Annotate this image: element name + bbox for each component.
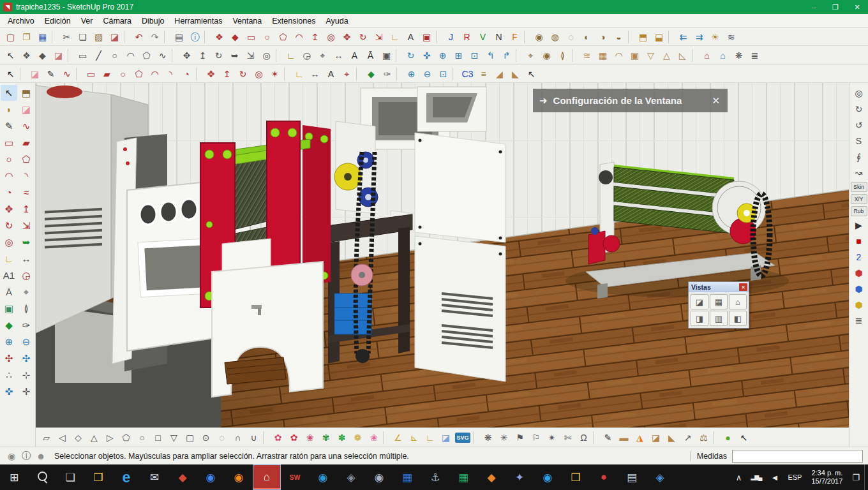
line-icon[interactable]: ╱ [91,48,107,63]
network-icon[interactable]: ▂▆▄ [746,474,766,480]
rotate-icon[interactable]: ↻ [355,29,371,44]
text-icon[interactable]: A [403,29,419,44]
scale-icon[interactable]: ⇲ [243,48,258,63]
asterisk-tool-icon[interactable]: ✳ [496,430,512,445]
powerpoint-icon[interactable]: ◆ [477,464,505,490]
offset-icon[interactable]: ◎ [251,66,267,81]
axes-icon[interactable]: ⌖ [18,284,34,300]
axes-icon[interactable]: ⌖ [339,66,355,81]
paint-icon[interactable]: ◈ [646,464,674,490]
shape-square-icon[interactable]: □ [150,430,166,445]
view-right-icon[interactable]: ◨ [691,311,708,326]
user-avatar-icon[interactable]: ☻ [34,450,47,463]
redo-icon[interactable]: ↷ [147,29,163,44]
edge-icon[interactable]: e [112,464,140,490]
svg-export-badge[interactable]: SVG [455,433,470,443]
arc-icon[interactable]: ◠ [123,48,138,63]
pencil-icon[interactable]: ✎ [43,66,59,81]
zoom-window-icon[interactable]: ⊞ [451,48,467,63]
wedge-plugin-icon[interactable]: ◢ [491,66,507,81]
offset-icon[interactable]: ◎ [258,48,274,63]
rectangle-icon[interactable]: ▭ [1,135,17,151]
text-icon[interactable]: A [323,66,339,81]
measure-angle-icon[interactable]: ∠ [390,430,406,445]
eyedropper-icon[interactable]: ✑ [379,66,395,81]
wand-icon[interactable]: ✴ [544,430,560,445]
select-icon[interactable]: ↖ [3,48,19,63]
shape-pentagon-icon[interactable]: ⬠ [118,430,134,445]
copy-icon[interactable]: ❏ [75,29,91,44]
menu-camara[interactable]: Cámara [98,15,136,27]
view-back-icon[interactable]: ▥ [710,311,728,326]
arc-3pt-icon[interactable]: ◝ [163,66,179,81]
rotate-icon[interactable]: ↻ [1,218,17,234]
candy-3-icon[interactable]: ❀ [302,430,318,445]
view-front-icon[interactable]: ⌂ [729,294,747,309]
freehand-icon[interactable]: ∿ [154,48,170,63]
rectangle-icon[interactable]: ▭ [83,66,99,81]
protractor-icon[interactable]: ◶ [18,267,34,283]
volume-icon[interactable]: ◄ [767,473,784,482]
orbit-icon[interactable]: ↻ [403,48,419,63]
component-icon[interactable]: ❖ [19,48,34,63]
solid-union-icon[interactable]: ◍ [547,29,563,44]
play-icon[interactable]: ▶ [851,218,867,232]
c3-plugin-icon[interactable]: C3 [460,66,475,81]
tape-measure-icon[interactable]: ∟ [291,66,307,81]
rotated-rectangle-icon[interactable]: ▰ [99,66,115,81]
mail-icon[interactable]: ✉ [140,464,168,490]
freehand-icon[interactable]: ∿ [18,118,34,134]
styles-icon[interactable]: ❋ [731,48,747,63]
polygon-icon[interactable]: ⬠ [275,29,291,44]
pie-icon[interactable]: ◔ [1,184,17,200]
task-view-icon[interactable]: ❏ [56,464,84,490]
pencil-icon[interactable]: ✎ [1,118,17,134]
solid-subtract-icon[interactable]: ◌ [563,29,579,44]
slope-plugin-icon[interactable]: ◣ [507,66,523,81]
cylinder-tool-icon[interactable]: ⬓ [651,29,667,44]
shape-circle-icon[interactable]: ○ [134,430,150,445]
sandbox-flip-edge-icon[interactable]: ◺ [675,48,691,63]
dimension-icon[interactable]: ↔ [18,251,34,267]
move-icon[interactable]: ✥ [179,48,195,63]
move-icon[interactable]: ✥ [203,66,219,81]
pan-icon[interactable]: ✜ [419,48,435,63]
clock[interactable]: 2:34 p. m. 15/7/2017 [806,469,848,486]
make-component-icon[interactable]: ❖ [211,29,227,44]
orbit-ccw-icon[interactable]: ↺ [851,118,867,132]
candy-2-icon[interactable]: ✿ [286,430,302,445]
arc-3pt-icon[interactable]: ◝ [18,168,34,184]
next-view-icon[interactable]: ↱ [498,48,514,63]
solid-intersect-icon[interactable]: ◑ [595,29,611,44]
vistas-title-bar[interactable]: Vistas ✕ [689,282,749,292]
layer-j-icon[interactable]: J [443,29,459,44]
flag-empty-icon[interactable]: ⚐ [528,430,544,445]
maximize-button[interactable]: ❐ [825,0,846,14]
viewport-canvas[interactable] [36,83,849,427]
circle-icon[interactable]: ○ [107,48,123,63]
scissors-icon[interactable]: ✄ [560,430,576,445]
eraser-icon[interactable]: ◪ [18,101,34,117]
spray-icon[interactable]: ∴ [1,367,17,383]
erase-icon[interactable]: ◪ [107,29,123,44]
s-curve-icon[interactable]: S [851,134,867,148]
offset-icon[interactable]: ◎ [1,234,17,250]
cube-blue-icon[interactable]: ⬢ [851,282,867,296]
app-blue-icon[interactable]: ◉ [309,464,337,490]
flower-pink-icon[interactable]: ❀ [366,430,382,445]
orbit-cw-icon[interactable]: ↻ [851,102,867,116]
close-button[interactable]: ✕ [846,0,868,14]
save-icon[interactable]: ▦ [34,29,50,44]
menu-ayuda[interactable]: Ayuda [320,15,353,27]
shape-trapezoid-icon[interactable]: ▱ [38,430,54,445]
section-icon[interactable]: ▣ [378,48,394,63]
pin-icon[interactable]: ⊹ [18,367,34,383]
rub-tool-label[interactable]: Rub [851,206,867,216]
rotated-rectangle-icon[interactable]: ▰ [18,135,34,151]
paste-icon[interactable]: ▨ [91,29,107,44]
excel-icon[interactable]: ▦ [449,464,477,490]
fog-icon[interactable]: ≋ [723,29,739,44]
solid-trim-icon[interactable]: ◐ [579,29,595,44]
view-iso-icon[interactable]: ◪ [691,294,708,309]
squiggle-icon[interactable]: ↝ [851,166,867,180]
